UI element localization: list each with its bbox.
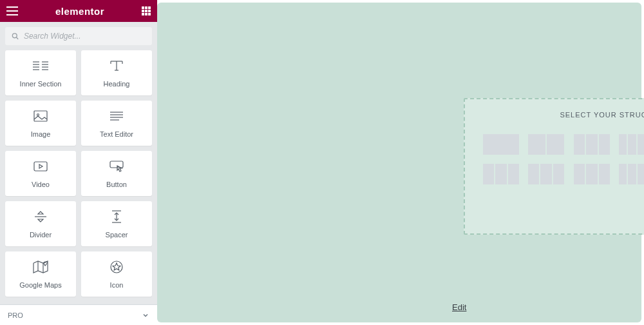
widgets-panel: Inner SectionHeadingImageText EditorVide… bbox=[0, 50, 157, 304]
widget-heading[interactable]: Heading bbox=[81, 50, 152, 95]
widget-label: Text Editor bbox=[100, 130, 133, 138]
inner-section-icon bbox=[32, 58, 49, 74]
widget-icon[interactable]: Icon bbox=[81, 251, 152, 297]
widget-divider[interactable]: Divider bbox=[5, 201, 76, 246]
widget-label: Google Maps bbox=[19, 281, 61, 289]
structure-option-1[interactable] bbox=[528, 134, 564, 155]
edit-link[interactable]: Edit bbox=[452, 302, 466, 312]
search-wrap bbox=[0, 22, 157, 50]
widget-label: Spacer bbox=[106, 231, 128, 239]
spacer-icon bbox=[111, 209, 122, 224]
svg-marker-24 bbox=[38, 212, 43, 214]
widget-label: Divider bbox=[30, 231, 52, 239]
structure-option-6[interactable] bbox=[483, 164, 519, 184]
icon-icon bbox=[109, 259, 124, 275]
widget-inner-section[interactable]: Inner Section bbox=[5, 50, 76, 95]
widget-button[interactable]: Button bbox=[81, 151, 152, 196]
svg-rect-15 bbox=[34, 111, 47, 121]
structure-title: SELECT YOUR STRUCTURE bbox=[483, 111, 644, 119]
text-editor-icon bbox=[109, 108, 124, 124]
hamburger-icon[interactable] bbox=[6, 6, 18, 15]
button-icon bbox=[108, 159, 125, 174]
video-icon bbox=[32, 159, 49, 174]
elementor-sidebar: elementor Inner SectionHeadingImageText … bbox=[0, 0, 157, 325]
svg-marker-26 bbox=[38, 219, 43, 222]
structure-option-3[interactable] bbox=[619, 134, 644, 155]
search-icon bbox=[12, 32, 19, 40]
structure-option-8[interactable] bbox=[574, 164, 610, 184]
google-maps-icon bbox=[32, 259, 49, 275]
image-icon bbox=[33, 108, 48, 124]
structure-option-0[interactable] bbox=[483, 134, 519, 155]
structure-popup: SELECT YOUR STRUCTURE bbox=[464, 98, 644, 235]
widget-text-editor[interactable]: Text Editor bbox=[81, 101, 152, 146]
widget-spacer[interactable]: Spacer bbox=[81, 201, 152, 246]
widget-video[interactable]: Video bbox=[5, 151, 76, 196]
svg-point-16 bbox=[37, 114, 39, 116]
svg-marker-33 bbox=[113, 263, 120, 270]
structure-option-9[interactable] bbox=[619, 164, 644, 184]
pro-dropdown[interactable]: PRO bbox=[0, 304, 157, 325]
editor-canvas: SELECT YOUR STRUCTURE Edit bbox=[157, 3, 641, 322]
widget-label: Icon bbox=[110, 281, 124, 289]
heading-icon bbox=[109, 58, 124, 74]
structure-grid bbox=[483, 134, 644, 184]
chevron-down-icon bbox=[142, 311, 149, 319]
pro-label: PRO bbox=[8, 311, 23, 319]
widget-google-maps[interactable]: Google Maps bbox=[5, 251, 76, 297]
divider-icon bbox=[33, 209, 48, 224]
structure-option-2[interactable] bbox=[574, 134, 610, 155]
svg-rect-23 bbox=[110, 161, 123, 168]
svg-line-1 bbox=[16, 37, 18, 39]
widget-label: Video bbox=[32, 181, 50, 188]
svg-marker-22 bbox=[39, 164, 43, 168]
logo: elementor bbox=[55, 6, 104, 17]
search-input[interactable] bbox=[24, 32, 146, 41]
widget-label: Image bbox=[31, 130, 51, 138]
widget-label: Inner Section bbox=[20, 80, 62, 88]
widget-label: Heading bbox=[104, 80, 130, 88]
svg-point-0 bbox=[12, 34, 17, 38]
widget-label: Button bbox=[106, 181, 127, 188]
svg-rect-21 bbox=[34, 162, 47, 171]
sidebar-header: elementor bbox=[0, 0, 157, 22]
widget-image[interactable]: Image bbox=[5, 101, 76, 146]
structure-option-7[interactable] bbox=[528, 164, 564, 184]
apps-grid-icon[interactable] bbox=[142, 6, 151, 15]
search-box[interactable] bbox=[5, 27, 152, 45]
